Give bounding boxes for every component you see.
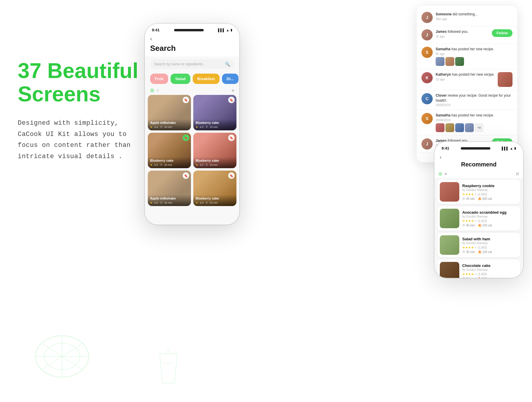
grid-view-icon[interactable]: ⊞ (150, 87, 154, 93)
clock-icon: ⏱ 40 min (462, 224, 475, 227)
clock-icon: ⏱ 30 min (462, 250, 475, 254)
recipe-name: Blueberry cake (196, 197, 234, 200)
recipe-info: Avocado scrambled egg by Gordon Ramsay ★… (462, 210, 518, 227)
notification-text: Katheryn has posted her new recipe. (436, 72, 495, 77)
bookmark-button[interactable]: 🔖 (228, 172, 235, 179)
bookmark-button[interactable]: 🔖 (183, 172, 189, 179)
recommend-phone: 9:41 ▌▌▌ ▲ ▮ ‹ Recommend ⊞ ≡ ⊟ (434, 142, 523, 278)
battery-icon: ▮ (231, 28, 232, 32)
notification-text: James followed you. (436, 29, 489, 34)
recipe-card[interactable]: 🔖 Blueberry cake ★ 4.5 ⏱ 20 min (193, 133, 236, 168)
recipe-meta: ⏱ 2 hour 🔥 340 cal (462, 277, 518, 278)
left-section: 37 Beautiful Screens Designed with simpl… (18, 59, 142, 162)
category-fruit[interactable]: Fruit (150, 74, 168, 84)
star-icon: ★ (150, 201, 153, 204)
recipe-card[interactable]: 🔖 Blueberry cake ★ 4.5 ⏱ 20 min (193, 95, 236, 130)
description: Designed with simplicity,CaCook UI Kit a… (18, 118, 142, 162)
more-thumbs: +3 (475, 123, 484, 132)
recipe-rating: 4.5 (200, 126, 204, 129)
list-view-icon[interactable]: ≡ (445, 171, 447, 176)
notification-time: 1h ago (436, 35, 489, 38)
recipe-card[interactable]: 🔖 Apple milkshake ★ 4.5 ⏱ 20 min (148, 95, 191, 130)
recipe-list-item[interactable]: Salad with ham by Gordon Ramsay ★★★★★(1,… (437, 233, 520, 257)
recipe-image (440, 262, 459, 278)
recipe-list-item[interactable]: Avocado scrambled egg by Gordon Ramsay ★… (437, 206, 520, 231)
notification-text: Samatha has posted her new recipe. (436, 113, 512, 118)
notch (461, 147, 490, 150)
star-icon: ★ (196, 201, 198, 204)
recipe-meta: ★ 4.5 ⏱ 20 min (196, 163, 234, 166)
recipe-card[interactable]: 🔖 Apple milkshake ★ 4.5 ⏱ 20 min (148, 171, 191, 206)
grid-view-icon[interactable]: ⊞ (439, 171, 442, 176)
recipe-name: Chocolate cake (462, 263, 518, 268)
recipe-name: Blueberry cake (150, 159, 189, 163)
clock-icon: ⏱ (160, 163, 163, 166)
recipe-card[interactable]: 🔖 Blueberry cake ★ 4.5 ⏱ 20 min (148, 133, 191, 168)
signal-icon: ▌▌▌ (218, 28, 225, 32)
recipe-stars: ★★★★★(1,683) (462, 272, 518, 276)
recipe-thumb (455, 123, 464, 132)
category-salad[interactable]: Salad (171, 74, 190, 84)
recipe-rating: 4.5 (200, 201, 204, 204)
avatar: S (421, 47, 433, 58)
bookmark-button[interactable]: 🔖 (228, 134, 235, 141)
recipe-name: Apple milkshake (150, 121, 189, 125)
search-icon: 🔍 (225, 62, 230, 67)
fire-icon: 🔥 340 cal (477, 277, 491, 278)
recipe-list-item[interactable]: Raspberry cookie by Gordon Ramsay ★★★★★(… (437, 180, 520, 204)
status-bar: 9:41 ▌▌▌ ▲ ▮ (434, 142, 523, 152)
clock-icon: ⏱ (205, 126, 208, 129)
recipe-author: by Gordon Ramsay (462, 268, 518, 271)
screen-title: Search (150, 44, 234, 53)
notification-content: Katheryn has posted her new recipe. 1d a… (436, 72, 495, 81)
list-view-icon[interactable]: ≡ (156, 88, 159, 93)
filter-icon[interactable]: ⊟ (516, 172, 519, 176)
bookmark-button[interactable]: 🔖 (183, 97, 189, 103)
clock-icon: ⏱ (205, 163, 208, 166)
fire-icon: 🔥 120 cal (478, 250, 492, 254)
notification-images: +3 (436, 123, 512, 132)
recipe-meta: ★ 4.5 ⏱ 20 min (196, 126, 234, 129)
recipe-rating: 4.5 (154, 163, 158, 166)
bookmark-button[interactable]: 🔖 (228, 97, 235, 103)
recipe-author: by Gordon Ramsay (462, 188, 518, 192)
notification-time: 5h ago (436, 52, 512, 56)
recipe-list-item[interactable]: Chocolate cake by Gordon Ramsay ★★★★★(1,… (437, 260, 520, 278)
recipe-image (440, 182, 459, 202)
category-di[interactable]: Di... (222, 74, 239, 84)
filter-icon[interactable]: ≡ (232, 88, 234, 93)
recipe-name: Raspberry cookie (462, 184, 518, 188)
notch (174, 29, 204, 31)
notification-content: Samatha has posted her new recipe. 29/06… (436, 113, 512, 132)
recipe-name: Apple milkshake (150, 197, 189, 200)
back-button[interactable]: ‹ (440, 155, 518, 160)
recipe-stars: ★★★★★(1,023) (462, 219, 518, 223)
follow-button[interactable]: Follow (492, 29, 512, 37)
recipe-stars: ★★★★★(1,683) (462, 192, 518, 196)
recipe-author: by Gordon Ramsay (462, 241, 518, 245)
headline: 37 Beautiful Screens (18, 59, 142, 106)
category-breakfast[interactable]: Breakfast (193, 74, 220, 84)
notification-item: S Samatha has posted her new recipe. 29/… (417, 110, 517, 135)
recipe-thumb (445, 123, 454, 132)
recipe-grid: 🔖 Apple milkshake ★ 4.5 ⏱ 20 min 🔖 Blueb… (145, 95, 239, 209)
status-time: 9:41 (152, 28, 160, 32)
back-button[interactable]: ‹ (150, 36, 234, 42)
notification-content: Samatha has posted her new recipe. 5h ag… (436, 47, 512, 66)
recipe-name: Blueberry cake (196, 121, 234, 125)
recipe-rating: 4.5 (154, 201, 158, 204)
recipe-info: Salad with ham by Gordon Ramsay ★★★★★(1,… (462, 237, 518, 254)
notification-item: J James followed you. 1h ago Follow (417, 26, 517, 44)
recipe-card[interactable]: 🔖 Blueberry cake ★ 4.5 ⏱ 20 min (193, 171, 236, 206)
recipe-image (440, 209, 459, 228)
avatar: C (421, 93, 433, 104)
notification-panel: J Someone did something... 38m ago J Jam… (417, 6, 517, 162)
recipe-rating: 4.5 (154, 126, 158, 129)
bookmark-button[interactable]: 🔖 (183, 134, 189, 141)
category-row: Fruit Salad Breakfast Di... (145, 72, 239, 86)
recipe-meta: ★ 4.5 ⏱ 20 min (150, 163, 189, 166)
search-bar[interactable]: Search by name or ingredients... 🔍 (150, 59, 234, 69)
notification-item: K Katheryn has posted her new recipe. 1d… (417, 69, 517, 90)
star-icon: ★ (150, 126, 153, 129)
search-phone: 9:41 ▌▌▌ ▲ ▮ ‹ Search Search by name or … (145, 24, 239, 225)
